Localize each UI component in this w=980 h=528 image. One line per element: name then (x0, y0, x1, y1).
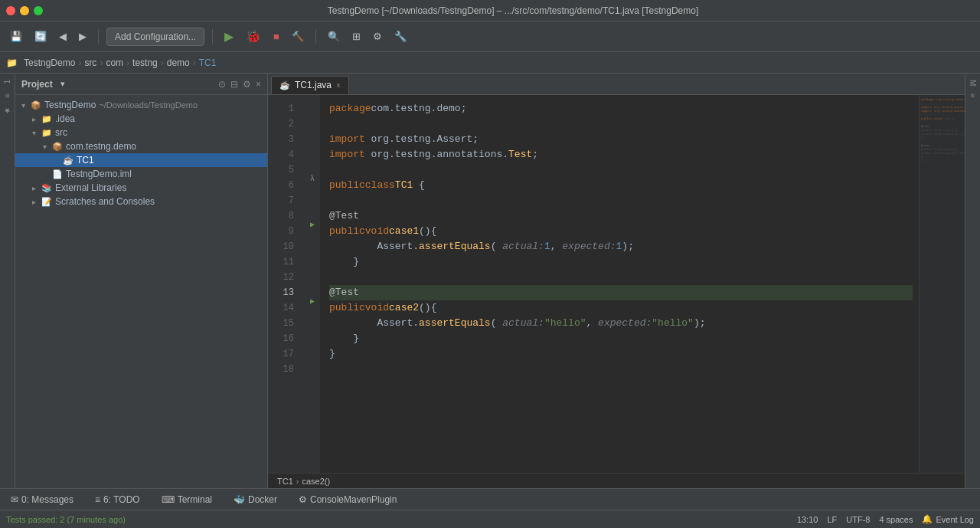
indent-status[interactable]: 4 spaces (879, 515, 913, 524)
gutter: λ ▶ ▶ (305, 95, 320, 473)
left-icon-structure[interactable]: ≡ (2, 90, 13, 101)
title-bar: TestngDemo [~/Downloads/TestngDemo] – ..… (0, 0, 980, 21)
gutter-run-14[interactable]: ▶ (305, 294, 320, 310)
editor-bc-sep: › (296, 477, 299, 486)
code-line-5 (329, 162, 913, 178)
breadcrumb-com[interactable]: com (106, 57, 123, 68)
editor-bc-tc1[interactable]: TC1 (277, 477, 293, 486)
tree-item-scratches[interactable]: ▸ 📝 Scratches and Consoles (15, 195, 267, 208)
stop-button[interactable]: ■ (270, 28, 283, 44)
line-num-1: 1 (268, 101, 299, 116)
docker-icon: 🐳 (234, 494, 245, 505)
todo-label: 6: TODO (103, 494, 140, 505)
tree-label-scratches: Scratches and Consoles (55, 196, 155, 207)
panel-close-icon[interactable]: × (256, 79, 261, 90)
left-icon-project[interactable]: 1 (2, 77, 13, 87)
status-left: Tests passed: 2 (7 minutes ago) (6, 515, 126, 524)
editor-bc-case2[interactable]: case2() (302, 477, 330, 486)
tab-close-button[interactable]: × (336, 81, 341, 90)
toolbar-separator-3 (315, 29, 316, 44)
breadcrumb-tc1[interactable]: TC1 (199, 57, 217, 68)
sync-button[interactable]: 🔄 (31, 28, 51, 44)
tree-item-src[interactable]: ▾ 📁 src (15, 126, 267, 139)
panel-settings-icon[interactable]: ⚙ (243, 79, 251, 90)
redo-button[interactable]: ▶ (75, 28, 90, 44)
run-button[interactable]: ▶ (220, 27, 237, 46)
line-num-7: 7 (268, 193, 299, 208)
gutter-line-1 (305, 95, 320, 110)
save-all-button[interactable]: 💾 (6, 28, 26, 44)
tree-label-idea: .idea (55, 113, 75, 124)
gutter-run-9[interactable]: ▶ (305, 218, 320, 233)
breadcrumb-sep-4: › (161, 57, 164, 68)
panel-collapse-icon[interactable]: ⊟ (230, 79, 238, 90)
gutter-line-2 (305, 110, 320, 126)
encoding-status[interactable]: UTF-8 (846, 515, 870, 524)
package-icon: 📦 (52, 142, 63, 152)
gutter-line-12 (305, 264, 320, 279)
maven-label: ConsoleMavenPlugin (310, 494, 397, 505)
panel-scope-icon[interactable]: ⊙ (218, 79, 226, 90)
tree-item-tc1[interactable]: ▸ ☕ TC1 (15, 153, 267, 167)
cursor-position[interactable]: 13:10 (797, 515, 818, 524)
line-num-17: 17 (268, 346, 299, 362)
gutter-line-11 (305, 248, 320, 264)
bottom-tab-terminal[interactable]: ⌨ Terminal (157, 491, 217, 508)
breadcrumb-src[interactable]: src (84, 57, 96, 68)
code-content[interactable]: package com.testng.demo; import org.test… (320, 95, 919, 473)
tree-arrow-src: ▾ (32, 129, 40, 137)
gutter-line-8 (305, 202, 320, 218)
tree-item-package[interactable]: ▾ 📦 com.testng.demo (15, 139, 267, 153)
panel-dropdown-icon[interactable]: ▾ (60, 79, 65, 89)
find-button[interactable]: 🔍 (324, 28, 344, 44)
tree-item-idea[interactable]: ▸ 📁 .idea (15, 112, 267, 126)
code-line-10: Assert.assertEquals( actual: 1, expected… (329, 239, 913, 254)
code-container[interactable]: 1 2 3 4 5 6 7 8 9 10 11 12 13 14 15 16 1… (268, 95, 965, 473)
bottom-tab-maven[interactable]: ⚙ ConsoleMavenPlugin (294, 491, 401, 508)
tests-passed-status[interactable]: Tests passed: 2 (7 minutes ago) (6, 515, 126, 524)
terminal-label: Terminal (178, 494, 212, 505)
tree-item-root[interactable]: ▾ 📦 TestngDemo ~/Downloads/TestngDemo (15, 98, 267, 112)
bottom-tab-docker[interactable]: 🐳 Docker (229, 491, 282, 508)
code-line-1: package com.testng.demo; (329, 101, 913, 116)
code-line-8: @Test (329, 208, 913, 224)
expand-button[interactable]: ⊞ (348, 28, 364, 44)
breadcrumb-testng[interactable]: testng (132, 57, 158, 68)
traffic-lights[interactable] (6, 6, 43, 15)
breadcrumb-testng-demo[interactable]: TestngDemo (24, 57, 75, 68)
line-num-6: 6 (268, 178, 299, 193)
tools-button[interactable]: 🔧 (390, 28, 410, 44)
line-num-4: 4 (268, 147, 299, 162)
tree-item-ext-libs[interactable]: ▸ 📚 External Libraries (15, 181, 267, 195)
debug-button[interactable]: 🐞 (242, 27, 265, 46)
minimize-button[interactable] (20, 6, 29, 15)
add-configuration-button[interactable]: Add Configuration... (106, 28, 204, 46)
bottom-tab-todo[interactable]: ≡ 6: TODO (90, 491, 145, 508)
undo-button[interactable]: ◀ (55, 28, 70, 44)
tree-item-iml[interactable]: ▸ 📄 TestngDemo.iml (15, 167, 267, 181)
tab-tc1[interactable]: ☕ TC1.java × (271, 76, 349, 94)
event-log-status[interactable]: 🔔 Event Log (922, 514, 974, 524)
maximize-button[interactable] (34, 6, 43, 15)
structure-icon[interactable]: ≡ (967, 90, 978, 101)
tree-label-tc1: TC1 (77, 155, 94, 166)
breadcrumb-sep-5: › (193, 57, 196, 68)
settings-button[interactable]: ⚙ (369, 28, 386, 44)
breadcrumb-sep-3: › (126, 57, 129, 68)
idea-icon: 📁 (41, 114, 52, 124)
minimap: package com.testng.demo; import org.test… (919, 95, 965, 473)
code-line-7 (329, 193, 913, 208)
left-icon-favorites[interactable]: ★ (2, 103, 13, 118)
breadcrumb-demo[interactable]: demo (167, 57, 190, 68)
bottom-tab-messages[interactable]: ✉ 0: Messages (6, 491, 78, 508)
line-num-11: 11 (268, 254, 299, 270)
close-button[interactable] (6, 6, 15, 15)
build-button[interactable]: 🔨 (288, 28, 308, 44)
maven-icon[interactable]: M (967, 77, 978, 89)
line-num-12: 12 (268, 270, 299, 285)
line-num-8: 8 (268, 208, 299, 224)
right-sidebar: M ≡ (965, 74, 980, 488)
line-ending[interactable]: LF (827, 515, 837, 524)
code-line-2 (329, 116, 913, 132)
gutter-line-6-lambda[interactable]: λ (305, 172, 320, 187)
